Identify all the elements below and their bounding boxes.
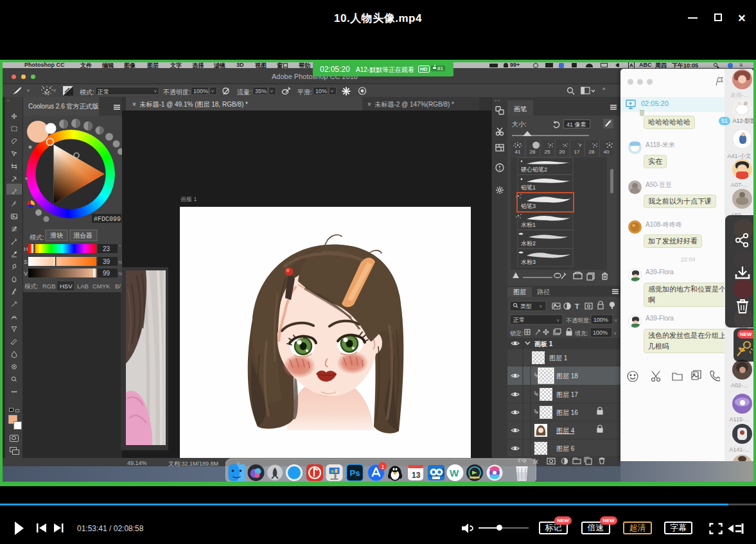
svg-text:Ps: Ps [350,468,360,478]
svg-text:25: 25 [545,149,550,155]
svg-text:图层 6: 图层 6 [556,445,575,452]
svg-text:图层 1: 图层 1 [549,355,568,362]
svg-text:28: 28 [589,149,595,155]
svg-text:CMYK: CMYK [92,283,110,290]
svg-text:%: % [118,259,122,265]
svg-text:20: 20 [559,149,565,155]
svg-text:水粉1: 水粉1 [521,222,536,228]
svg-text:硬心铅笔2: 硬心铅笔2 [521,166,547,173]
svg-text:铅笔1: 铅笔1 [521,184,536,191]
svg-text:混合器: 混合器 [73,232,92,239]
svg-text:v: v [614,331,617,335]
svg-text:28: 28 [530,149,536,155]
svg-text:23: 23 [103,245,110,252]
svg-text:铅笔3: 铅笔3 [521,203,536,209]
svg-text:17: 17 [574,149,580,155]
svg-text:W: W [450,468,459,478]
svg-text:100%: 100% [593,329,608,336]
svg-text:40: 40 [604,149,610,155]
svg-text:水粉2: 水粉2 [521,240,536,247]
svg-text:图层 18: 图层 18 [556,373,578,380]
svg-text:类型: 类型 [520,303,532,310]
svg-text:°: ° [119,244,121,250]
svg-text:100%: 100% [593,317,608,323]
svg-text:图层 4: 图层 4 [556,427,575,434]
svg-text:画板 1: 画板 1 [534,340,553,347]
svg-text:模式:: 模式: [30,234,44,241]
svg-text:41: 41 [515,149,521,155]
svg-text:v: v [540,304,542,308]
svg-text:#FDC099: #FDC099 [94,216,121,223]
svg-text:1: 1 [382,464,385,470]
svg-text:水粉3: 水粉3 [521,259,536,265]
svg-text:图层 17: 图层 17 [556,391,578,398]
svg-text:%: % [118,271,122,277]
svg-text:锁定:: 锁定: [510,330,523,337]
svg-text:图层 16: 图层 16 [556,409,578,416]
svg-text:99: 99 [103,270,110,277]
svg-text:V: V [24,270,28,277]
svg-text:39: 39 [103,258,110,265]
svg-text:S: S [24,259,28,265]
svg-text:正常: 正常 [513,317,525,323]
svg-text:RGB: RGB [42,283,56,290]
svg-text:HSV: HSV [60,283,73,290]
svg-text:v: v [557,318,559,322]
svg-text:不透明度:: 不透明度: [566,317,591,324]
svg-text:LAB: LAB [77,283,89,290]
svg-text:滑块: 滑块 [50,232,64,239]
svg-text:T: T [575,303,579,310]
svg-text:v: v [615,318,617,322]
svg-text:B/: B/ [115,283,121,290]
svg-text:H: H [24,246,28,252]
svg-text:填充:: 填充: [574,330,588,337]
svg-text:模式:: 模式: [24,283,39,290]
svg-text:13: 13 [412,471,421,480]
